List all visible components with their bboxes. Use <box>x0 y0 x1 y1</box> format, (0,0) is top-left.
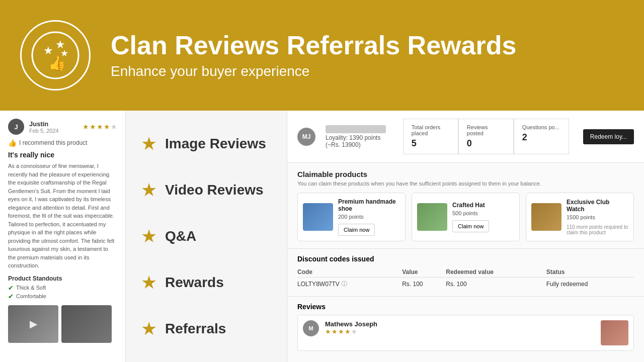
stat-box-questions: Questions po... 2 <box>514 119 569 154</box>
product-card-hat: Crafted Hat 500 points Claim now <box>412 193 520 241</box>
app-title: Clan Reviews Referrals Rewards <box>111 31 516 60</box>
rev-avatar: M <box>303 320 319 336</box>
claimable-desc: You can claim these products when you ha… <box>297 180 634 187</box>
product-name-hat: Crafted Hat <box>452 202 489 209</box>
discount-value: Rs. 100 <box>402 278 446 291</box>
product-card-shoe: Premium handmade shoe 200 points Claim n… <box>297 193 406 241</box>
check-icon-1: ✔ <box>8 284 14 292</box>
product-details-hat: Crafted Hat 500 points Claim now <box>452 202 489 232</box>
col-redeemed: Redeemed value <box>446 267 546 278</box>
feature-label-referrals: Referrals <box>165 321 226 337</box>
reviews-section: Reviews M Mathews Joseph ★ ★ ★ ★ ★ <box>287 297 644 357</box>
review-card-dashboard: M Mathews Joseph ★ ★ ★ ★ ★ <box>297 315 634 351</box>
rev-star-2: ★ <box>332 328 338 335</box>
claim-button-shoe[interactable]: Claim now <box>338 224 375 236</box>
rev-image-thumb <box>601 320 628 345</box>
review-body: As a connoisseur of fine menswear, I rec… <box>8 162 117 270</box>
product-card-watch: Exclusive Club Watch 1500 points 110 mor… <box>526 193 634 241</box>
svg-text:👍: 👍 <box>48 55 66 71</box>
rev-star-1: ★ <box>325 328 331 335</box>
reviewer-avatar: J <box>8 119 24 135</box>
stat-value-questions: 2 <box>522 132 560 143</box>
stat-box-orders: Total orders placed 5 <box>403 119 458 154</box>
review-image-1: ▶ <box>8 305 58 343</box>
product-note-watch: 110 more points required to claim this p… <box>567 224 628 235</box>
discount-code: LOLTY8W07TV ⓘ <box>297 278 402 291</box>
discount-title: Discount codes issued <box>297 255 634 263</box>
star-icon-image-reviews: ★ <box>141 133 157 154</box>
header-text: Clan Reviews Referrals Rewards Enhance y… <box>111 31 516 79</box>
product-image-shoe <box>303 203 333 231</box>
rev-stars: ★ ★ ★ ★ ★ <box>325 328 377 335</box>
reviewer-info: Justin Feb 5, 2024 <box>29 120 83 134</box>
reviewer-name: Justin <box>29 120 83 128</box>
redeem-button[interactable]: Redeem loy... <box>583 129 634 144</box>
feature-qa: ★ Q&A <box>141 226 272 247</box>
stat-box-reviews: Reviews posted 0 <box>458 119 514 154</box>
product-name-watch: Exclusive Club Watch <box>567 199 628 213</box>
app-subtitle: Enhance your buyer experience <box>111 63 516 79</box>
discount-section: Discount codes issued Code Value Redeeme… <box>287 249 644 297</box>
rev-star-4: ★ <box>345 328 351 335</box>
feature-label-video-reviews: Video Reviews <box>165 182 264 198</box>
claimable-title: Claimable products <box>297 170 634 178</box>
feature-video-reviews: ★ Video Reviews <box>141 179 272 201</box>
review-title: It's really nice <box>8 151 117 159</box>
recommend-section: 👍 I recommend this product <box>8 139 117 147</box>
standout-label-1: Thick & Soft <box>16 285 46 291</box>
user-info: Loyality: 1390 points (~Rs. 13900) <box>326 125 393 148</box>
rev-name: Mathews Joseph <box>325 320 377 328</box>
star-5: ★ <box>111 123 117 131</box>
star-icon-rewards: ★ <box>141 272 157 293</box>
play-icon: ▶ <box>30 318 37 330</box>
discount-status: Fully redeemed <box>546 278 634 291</box>
standout-label-2: Comfortable <box>16 293 46 299</box>
stat-value-orders: 5 <box>412 138 450 149</box>
star-1: ★ <box>83 123 89 131</box>
star-3: ★ <box>97 123 103 131</box>
products-row: Premium handmade shoe 200 points Claim n… <box>297 193 634 241</box>
header: ★ ★ ★ 👍 Clan Reviews Referrals Rewards E… <box>0 0 644 111</box>
reviewer-date: Feb 5, 2024 <box>29 128 83 134</box>
review-card-panel: J Justin Feb 5, 2024 ★ ★ ★ ★ ★ 👍 I recom… <box>0 111 126 362</box>
product-details-shoe: Premium handmade shoe 200 points Claim n… <box>338 198 400 236</box>
product-standouts: Product Standouts ✔ Thick & Soft ✔ Comfo… <box>8 275 117 300</box>
discount-redeemed: Rs. 100 <box>446 278 546 291</box>
review-stars: ★ ★ ★ ★ ★ <box>83 123 117 131</box>
product-name-shoe: Premium handmade shoe <box>338 198 400 212</box>
review-image-2 <box>61 305 112 343</box>
content-area: J Justin Feb 5, 2024 ★ ★ ★ ★ ★ 👍 I recom… <box>0 111 644 362</box>
app-logo: ★ ★ ★ 👍 <box>20 20 91 90</box>
product-details-watch: Exclusive Club Watch 1500 points 110 mor… <box>567 199 628 235</box>
col-value: Value <box>402 267 446 278</box>
product-image-hat <box>417 203 447 231</box>
claim-button-hat[interactable]: Claim now <box>452 220 489 232</box>
product-points-watch: 1500 points <box>567 214 628 220</box>
stats-boxes: Total orders placed 5 Reviews posted 0 Q… <box>403 119 569 154</box>
feature-referrals: ★ Referrals <box>141 318 272 339</box>
col-code: Code <box>297 267 402 278</box>
product-image-watch <box>531 203 561 231</box>
stat-label-orders: Total orders placed <box>412 124 450 136</box>
discount-table: Code Value Redeemed value Status LOLTY8W… <box>297 267 634 290</box>
check-icon-2: ✔ <box>8 293 14 300</box>
product-points-hat: 500 points <box>452 210 489 216</box>
rev-info: Mathews Joseph ★ ★ ★ ★ ★ <box>325 320 377 335</box>
user-loyalty: Loyality: 1390 points (~Rs. 13900) <box>326 134 393 148</box>
info-icon: ⓘ <box>342 280 347 288</box>
dashboard-panel: MJ Loyality: 1390 points (~Rs. 13900) To… <box>287 111 644 362</box>
reviews-title: Reviews <box>297 303 634 311</box>
feature-rewards: ★ Rewards <box>141 272 272 293</box>
user-name-placeholder <box>326 125 386 133</box>
rev-star-3: ★ <box>338 328 344 335</box>
star-icon-video-reviews: ★ <box>141 179 157 201</box>
col-status: Status <box>546 267 634 278</box>
rev-star-5: ★ <box>351 328 357 335</box>
stat-label-questions: Questions po... <box>522 124 560 130</box>
claimable-section: Claimable products You can claim these p… <box>287 163 644 249</box>
user-bar: MJ Loyality: 1390 points (~Rs. 13900) To… <box>287 111 644 163</box>
stat-label-reviews: Reviews posted <box>467 124 505 136</box>
user-avatar: MJ <box>297 128 315 146</box>
feature-label-rewards: Rewards <box>165 275 224 291</box>
review-images: ▶ <box>8 305 117 343</box>
